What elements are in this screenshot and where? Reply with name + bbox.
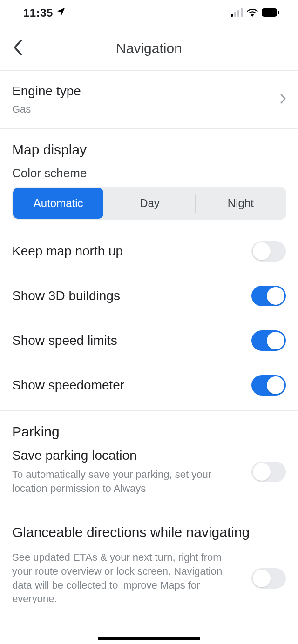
save-parking-desc: To automatically save your parking, set … — [12, 468, 244, 495]
row-keep-north-up: Keep map north up — [0, 229, 298, 274]
keep-north-up-label: Keep map north up — [12, 244, 244, 259]
show-speedometer-label: Show speedometer — [12, 378, 244, 393]
page-title: Navigation — [116, 40, 182, 56]
battery-icon — [262, 7, 279, 20]
show-3d-buildings-label: Show 3D buildings — [12, 288, 244, 303]
section-glanceable-title: Glanceable directions while navigating — [0, 510, 298, 544]
svg-rect-4 — [262, 8, 277, 17]
nav-header: Navigation — [0, 26, 298, 71]
svg-rect-5 — [278, 11, 279, 14]
toggle-show-speed-limits[interactable] — [251, 330, 286, 351]
toggle-save-parking[interactable] — [251, 462, 286, 482]
svg-rect-1 — [234, 12, 236, 17]
back-button[interactable] — [7, 37, 29, 60]
toggle-glanceable[interactable] — [251, 568, 286, 589]
save-parking-label: Save parking location — [12, 448, 244, 463]
toggle-show-speedometer[interactable] — [251, 375, 286, 396]
seg-day[interactable]: Day — [104, 187, 195, 220]
row-show-3d-buildings: Show 3D buildings — [0, 274, 298, 318]
color-scheme-label: Color scheme — [0, 161, 298, 187]
svg-rect-2 — [237, 10, 239, 17]
color-scheme-segmented: Automatic Day Night — [12, 187, 286, 220]
row-show-speed-limits: Show speed limits — [0, 318, 298, 363]
svg-rect-3 — [241, 8, 243, 17]
engine-type-title: Engine type — [12, 84, 275, 99]
row-glanceable: See updated ETAs & your next turn, right… — [0, 544, 298, 618]
engine-type-value: Gas — [12, 103, 275, 115]
seg-night[interactable]: Night — [196, 187, 286, 220]
svg-rect-0 — [231, 14, 233, 17]
seg-automatic[interactable]: Automatic — [13, 188, 103, 219]
glanceable-desc: See updated ETAs & your next turn, right… — [12, 550, 244, 606]
row-engine-type[interactable]: Engine type Gas — [0, 71, 298, 129]
chevron-right-icon — [280, 94, 286, 106]
chevron-left-icon — [13, 40, 22, 57]
cell-signal-icon — [231, 7, 243, 20]
row-show-speedometer: Show speedometer — [0, 363, 298, 410]
toggle-keep-north-up[interactable] — [251, 241, 286, 262]
section-parking: Parking — [0, 411, 298, 443]
home-indicator[interactable] — [98, 637, 200, 640]
status-time: 11:35 — [23, 7, 53, 20]
location-arrow-icon — [56, 7, 66, 20]
row-save-parking: Save parking location To automatically s… — [0, 443, 298, 510]
section-map-display: Map display — [0, 129, 298, 161]
status-bar: 11:35 — [0, 0, 298, 26]
wifi-icon — [247, 7, 258, 20]
toggle-show-3d-buildings[interactable] — [251, 286, 286, 306]
show-speed-limits-label: Show speed limits — [12, 333, 244, 348]
